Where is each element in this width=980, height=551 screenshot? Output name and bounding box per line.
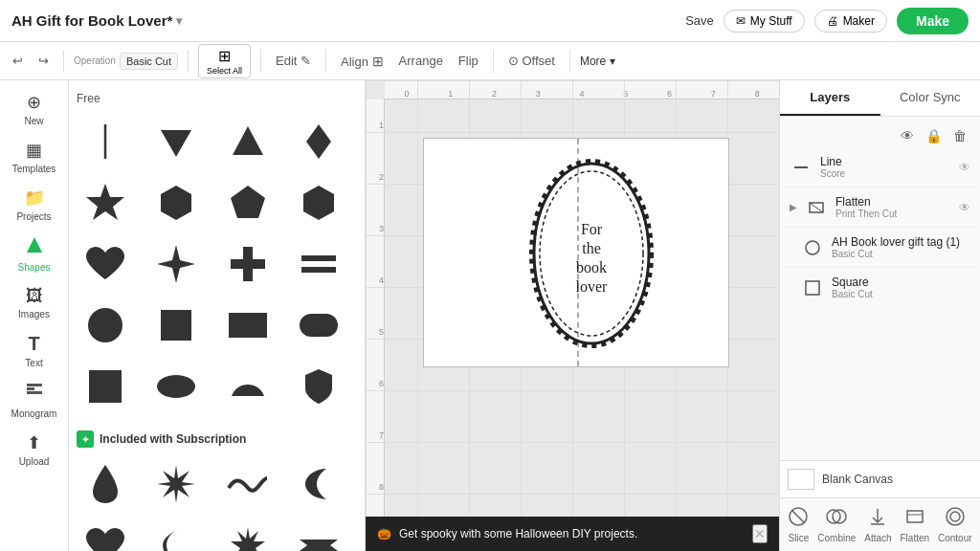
shape-rectangle[interactable] <box>219 297 277 354</box>
shape-rounded-rect[interactable] <box>290 297 347 354</box>
tool-slice[interactable]: Slice <box>788 506 809 543</box>
edit-label: Edit <box>276 54 297 68</box>
shape-heart[interactable] <box>77 235 134 293</box>
shape-diamond[interactable] <box>290 113 347 170</box>
sidebar-label-monogram: Monogram <box>11 408 57 419</box>
sidebar-item-shapes[interactable]: Shapes <box>4 230 65 278</box>
flip-label: Flip <box>458 54 479 68</box>
tool-contour[interactable]: Contour <box>938 506 972 543</box>
redo-button[interactable]: ↪ <box>33 51 54 71</box>
shape-equal[interactable] <box>290 235 347 293</box>
tool-attach[interactable]: Attach <box>864 506 891 543</box>
maker-label: Maker <box>843 14 875 28</box>
book-tag-element[interactable]: For the book lover <box>529 158 654 349</box>
shape-hexagon-outline[interactable] <box>290 174 347 231</box>
svg-text:lover: lover <box>576 278 609 295</box>
shape-star5[interactable] <box>77 174 134 231</box>
shape-circle[interactable] <box>77 297 134 354</box>
sidebar-item-new[interactable]: ⊕ New <box>4 86 65 132</box>
shape-half-circle[interactable] <box>219 358 277 415</box>
mystuff-button[interactable]: ✉ My Stuff <box>724 10 805 33</box>
document-title: AH Gift for Book Lover* ▾ <box>11 12 674 29</box>
sidebar-label-upload: Upload <box>19 456 50 467</box>
projects-icon: 📁 <box>24 187 45 209</box>
shape-triangle-up[interactable] <box>219 113 277 170</box>
tool-combine[interactable]: Combine <box>817 506 856 543</box>
operation-value: Basic Cut <box>120 53 178 70</box>
shape-starburst[interactable] <box>147 455 205 513</box>
layer-line-visibility[interactable]: 👁 <box>959 161 970 174</box>
align-label: Align <box>341 55 368 69</box>
shape-ribbon[interactable] <box>290 517 347 551</box>
svg-marker-6 <box>233 126 263 155</box>
svg-rect-16 <box>301 267 336 273</box>
layers-eye-button[interactable]: 👁 <box>899 126 916 145</box>
offset-button[interactable]: ⊙ Offset <box>503 51 560 71</box>
halloween-banner: 🎃 Get spooky with some Halloween DIY pro… <box>366 517 779 551</box>
select-all-button[interactable]: ⊞ Select All <box>198 44 251 78</box>
shape-cross[interactable] <box>219 235 277 293</box>
maker-button[interactable]: 🖨 Maker <box>814 10 887 33</box>
svg-rect-15 <box>301 255 336 261</box>
tool-flatten[interactable]: Flatten <box>901 506 930 543</box>
sidebar-item-upload[interactable]: ⬆ Upload <box>4 427 65 473</box>
svg-marker-7 <box>306 124 331 159</box>
layer-item-booktag[interactable]: AH Book lover gift tag (1) Basic Cut <box>786 230 974 265</box>
svg-rect-20 <box>300 314 338 337</box>
shape-pentagon[interactable] <box>219 174 277 231</box>
shape-crescent[interactable] <box>290 455 347 513</box>
templates-icon: ▦ <box>26 140 42 161</box>
tab-colorsync[interactable]: Color Sync <box>880 80 981 116</box>
shape-star4[interactable] <box>147 235 205 293</box>
layer-flatten-visibility[interactable]: 👁 <box>959 201 970 214</box>
edit-button[interactable]: Edit ✎ <box>271 51 316 71</box>
shape-wave[interactable] <box>219 455 277 513</box>
save-button[interactable]: Save <box>685 13 714 28</box>
shape-shield[interactable] <box>290 358 347 415</box>
svg-point-22 <box>157 375 195 398</box>
toolbar-separator-5 <box>493 50 494 73</box>
sidebar-item-projects[interactable]: 📁 Projects <box>4 182 65 228</box>
tab-layers[interactable]: Layers <box>780 80 880 116</box>
shape-line[interactable] <box>77 113 134 170</box>
slice-icon <box>788 506 809 531</box>
svg-marker-0 <box>27 237 42 253</box>
shape-oval[interactable] <box>147 358 205 415</box>
align-button[interactable]: Align ⊞ <box>336 51 389 72</box>
shape-hexagon-dark[interactable] <box>147 174 205 231</box>
shape-triangle-down[interactable] <box>147 113 205 170</box>
sidebar-item-text[interactable]: T Text <box>4 327 65 374</box>
upload-icon: ⬆ <box>27 432 41 453</box>
arrange-button[interactable]: Arrange <box>394 51 448 71</box>
layer-flatten-expand[interactable]: ▶ <box>790 202 797 212</box>
chevron-down-icon[interactable]: ▾ <box>176 14 182 28</box>
more-button[interactable]: More ▾ <box>580 55 615 68</box>
layers-lock-button[interactable]: 🔒 <box>924 126 944 145</box>
layer-item-square[interactable]: Square Basic Cut <box>786 270 974 305</box>
svg-marker-23 <box>157 465 195 503</box>
sidebar-label-images: Images <box>18 309 50 320</box>
shape-square-lg[interactable] <box>77 358 134 415</box>
sidebar-item-monogram[interactable]: Monogram <box>4 376 65 425</box>
undo-button[interactable]: ↩ <box>8 51 28 71</box>
shape-square-sm[interactable] <box>147 297 205 354</box>
layer-booktag-name: AH Book lover gift tag (1) <box>832 235 970 249</box>
svg-marker-12 <box>157 245 195 283</box>
shape-moon[interactable] <box>147 517 205 551</box>
shape-drop[interactable] <box>77 455 134 513</box>
layers-delete-button[interactable]: 🗑 <box>951 126 969 145</box>
layer-item-flatten[interactable]: ▶ Flatten Print Then Cut 👁 <box>786 189 974 225</box>
white-canvas[interactable]: For the book lover <box>423 138 729 367</box>
flip-button[interactable]: Flip <box>454 51 483 71</box>
operation-group: Operation Basic Cut <box>74 53 178 70</box>
layer-item-line[interactable]: Line Score 👁 <box>786 149 974 185</box>
banner-close-button[interactable]: ✕ <box>752 524 768 543</box>
shape-heart2[interactable] <box>77 517 134 551</box>
sidebar-item-images[interactable]: 🖼 Images <box>4 280 65 325</box>
make-button[interactable]: Make <box>897 8 969 34</box>
shape-starburst2[interactable] <box>219 517 277 551</box>
subscription-icon: ✦ <box>77 430 94 448</box>
sidebar-item-templates[interactable]: ▦ Templates <box>4 134 65 180</box>
canvas-area[interactable]: 0 1 2 3 4 5 6 7 8 1 2 3 4 5 6 7 8 <box>366 80 779 551</box>
contour-icon <box>945 506 966 531</box>
